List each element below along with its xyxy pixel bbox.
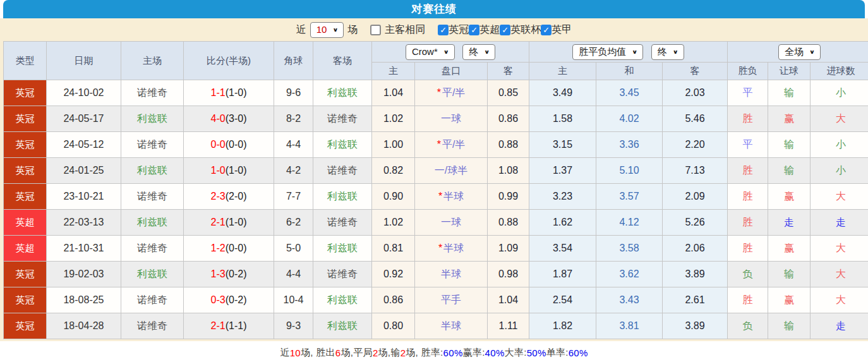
league-label: 英联杯 — [510, 23, 541, 37]
same-venue-label: 主客相同 — [385, 23, 425, 37]
table-row: 英冠24-01-25利兹联1-0(1-0)4-2诺维奇0.82一/球半1.081… — [4, 158, 868, 184]
cell-corners: 5-0 — [274, 236, 313, 262]
cell-away-team: 利兹联 — [313, 313, 372, 339]
cell-handicap-result: 输 — [768, 158, 811, 184]
cell-league-badge: 英冠 — [4, 313, 47, 339]
cell-home-team: 诺维奇 — [121, 184, 184, 210]
cell-goals-result: 大 — [811, 184, 868, 210]
cell-wdl-home: 1.62 — [529, 210, 596, 236]
header-score: 比分(半场) — [184, 42, 274, 80]
score-halftime: (3-0) — [226, 113, 247, 124]
cell-score: 0-3(0-2) — [184, 287, 274, 313]
cell-away-team: 利兹联 — [313, 184, 372, 210]
scope-value: 全场 — [785, 45, 804, 58]
cell-score: 2-1(1-1) — [184, 313, 274, 339]
wdl-type-select[interactable]: 胜平负均值 ∨ — [572, 44, 643, 60]
cell-wdl-away: 5.46 — [663, 106, 728, 132]
asterisk-marker: * — [437, 87, 441, 98]
cell-odds-away: 0.86 — [488, 106, 529, 132]
summary-segment: 场,平局 — [341, 347, 373, 359]
cell-score: 1-2(0-0) — [184, 236, 274, 262]
score-fulltime: 1-0 — [211, 165, 226, 176]
cell-score: 1-0(1-0) — [184, 158, 274, 184]
odds-state-select[interactable]: 终 ∨ — [462, 44, 495, 60]
cell-wdl-draw: 3.57 — [596, 184, 663, 210]
league-filter-item: ✓英超 — [469, 23, 500, 37]
header-wdl-home: 主 — [529, 63, 596, 80]
cell-wdl-draw: 3.58 — [596, 236, 663, 262]
cell-score: 2-1(1-0) — [184, 210, 274, 236]
scope-select[interactable]: 全场 ∨ — [778, 44, 821, 60]
league-filter-item: ✓英联杯 — [500, 23, 541, 37]
league-checkbox[interactable]: ✓ — [541, 25, 552, 35]
cell-odds-home: 0.81 — [372, 236, 415, 262]
handicap-text: 半球 — [441, 320, 461, 331]
cell-league-badge: 英冠 — [4, 132, 47, 158]
score-fulltime: 1-2 — [211, 243, 226, 253]
handicap-text: 半球 — [443, 191, 464, 202]
cell-result: 胜 — [728, 158, 768, 184]
cell-wdl-away: 3.89 — [663, 313, 728, 339]
cell-date: 24-05-17 — [47, 106, 121, 132]
score-fulltime: 2-1 — [211, 217, 226, 227]
chevron-down-icon: ∨ — [632, 47, 637, 57]
chevron-down-icon: ∨ — [484, 47, 490, 57]
league-label: 英超 — [479, 23, 500, 37]
score-fulltime: 1-1 — [211, 87, 226, 98]
wdl-state-select[interactable]: 终 ∨ — [651, 44, 684, 60]
league-checkbox[interactable]: ✓ — [500, 25, 510, 35]
cell-home-team: 诺维奇 — [121, 287, 184, 313]
cell-home-team: 诺维奇 — [121, 313, 184, 339]
same-venue-checkbox[interactable] — [370, 25, 381, 35]
cell-home-team: 利兹联 — [121, 106, 184, 132]
cell-odds-home: 1.00 — [372, 132, 415, 158]
cell-handicap: 半球 — [415, 262, 488, 287]
cell-result: 胜 — [728, 287, 768, 313]
cell-odds-home: 0.86 — [372, 287, 415, 313]
chevron-down-icon: ∨ — [809, 47, 815, 57]
cell-wdl-away: 3.89 — [663, 262, 728, 287]
page-title: 对赛往绩 — [411, 2, 457, 16]
cell-result: 平 — [728, 132, 768, 158]
cell-wdl-home: 1.37 — [529, 158, 596, 184]
cell-corners: 4-4 — [274, 132, 313, 158]
cell-date: 19-02-03 — [47, 262, 121, 287]
cell-result: 负 — [728, 313, 768, 339]
odds-company-select[interactable]: Crow* ∨ — [406, 44, 455, 60]
cell-handicap-result: 输 — [768, 132, 811, 158]
summary-segment: 场, 胜出 — [301, 347, 335, 359]
header-corner: 角球 — [274, 42, 313, 80]
score-fulltime: 2-1 — [211, 320, 226, 331]
league-filter-group: ✓英冠✓英超✓英联杯✓英甲 — [438, 23, 572, 37]
cell-league-badge: 英冠 — [4, 262, 47, 287]
cell-result: 负 — [728, 262, 768, 287]
history-table-body: 英冠24-10-02诺维奇1-1(1-0)9-6利兹联1.04*平/半0.853… — [4, 80, 868, 339]
score-fulltime: 1-3 — [211, 268, 226, 279]
header-away: 客场 — [313, 42, 372, 80]
odds-state-value: 终 — [469, 45, 478, 58]
cell-corners: 9-6 — [274, 80, 313, 106]
cell-date: 24-01-25 — [47, 158, 121, 184]
handicap-text: 半球 — [441, 268, 461, 279]
cell-wdl-home: 3.23 — [529, 184, 596, 210]
cell-wdl-draw: 3.45 — [596, 80, 663, 106]
odds-company-value: Crow* — [412, 45, 438, 58]
cell-result: 平 — [728, 80, 768, 106]
cell-date: 23-10-21 — [47, 184, 121, 210]
asterisk-marker: * — [438, 191, 442, 202]
cell-home-team: 利兹联 — [121, 262, 184, 287]
cell-odds-home: 1.02 — [372, 210, 415, 236]
cell-league-badge: 英超 — [4, 236, 47, 262]
league-checkbox[interactable]: ✓ — [438, 25, 449, 35]
league-checkbox[interactable]: ✓ — [469, 25, 479, 35]
cell-handicap: *半球 — [415, 236, 488, 262]
cell-corners: 10-4 — [274, 287, 313, 313]
near-count-select[interactable]: 10 ∨ — [310, 22, 344, 38]
cell-result: 胜 — [728, 106, 768, 132]
table-row: 英冠23-10-21诺维奇2-3(2-0)7-7利兹联0.90*半球0.993.… — [4, 184, 868, 210]
cell-away-team: 利兹联 — [313, 80, 372, 106]
near-count-value: 10 — [316, 23, 327, 36]
summary-segment: 10 — [290, 347, 301, 358]
cell-goals-result: 小 — [811, 158, 868, 184]
cell-odds-away: 0.85 — [488, 80, 529, 106]
